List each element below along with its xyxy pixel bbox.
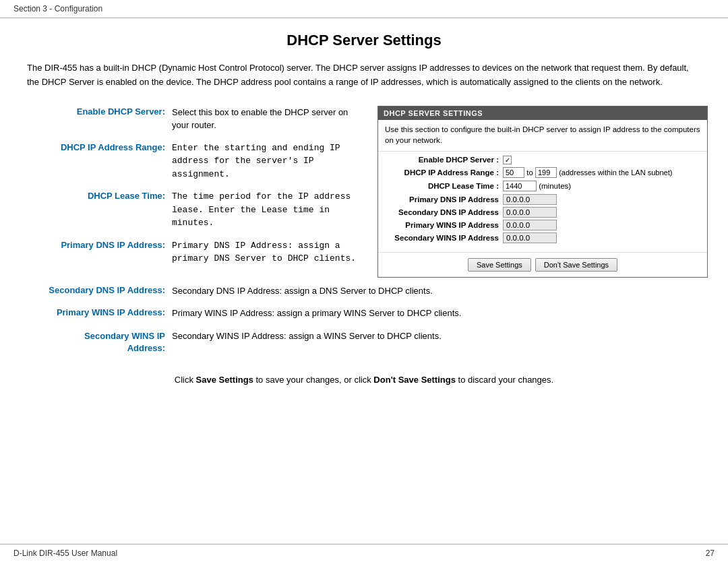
right-col: DHCP SERVER SETTINGS Use this section to…: [377, 106, 708, 278]
dont-save-button[interactable]: Don't Save Settings: [535, 258, 617, 272]
page-title: DHCP Server Settings: [27, 32, 701, 49]
label-lease-time: DHCP Lease Time:: [27, 190, 172, 201]
bottom-note-text2: to save your changes, or click: [253, 375, 373, 385]
panel-value-secondary-wins: 0.0.0.0: [503, 232, 557, 243]
desc-primary-dns: Primary DNS IP Address: assign a primary…: [172, 239, 364, 266]
ip-range-separator: to: [526, 168, 535, 177]
panel-label-primary-dns: Primary DNS IP Address: [385, 195, 503, 204]
footer-left: D-Link DIR-455 User Manual: [13, 549, 117, 558]
enable-dhcp-checkbox[interactable]: ✓: [503, 156, 512, 164]
panel-value-lease: (minutes): [503, 181, 571, 191]
panel-label-secondary-dns: Secondary DNS IP Address: [385, 208, 503, 216]
panel-row-secondary-wins: Secondary WINS IP Address 0.0.0.0: [385, 232, 700, 243]
panel-row-secondary-dns: Secondary DNS IP Address 0.0.0.0: [385, 207, 700, 218]
desc-secondary-dns-full: Secondary DNS IP Address: assign a DNS S…: [172, 284, 701, 298]
two-col-layout: Enable DHCP Server: Select this box to e…: [27, 106, 701, 278]
lease-time-input[interactable]: [503, 181, 537, 191]
field-row-ip-range: DHCP IP Address Range: Enter the startin…: [27, 142, 364, 181]
field-row-lease-time: DHCP Lease Time: The time period for the…: [27, 190, 364, 230]
panel-row-primary-dns: Primary DNS IP Address 0.0.0.0: [385, 194, 700, 205]
panel-buttons: Save Settings Don't Save Settings: [378, 252, 707, 277]
ip-range-to-input[interactable]: [535, 168, 559, 177]
panel-value-primary-dns: 0.0.0.0: [503, 194, 557, 205]
ip-range-from-input[interactable]: [503, 168, 526, 177]
panel-row-ip-range: DHCP IP Address Range : to (addresses wi…: [385, 167, 700, 178]
main-content: DHCP Server Settings The DIR-455 has a b…: [0, 18, 728, 425]
dhcp-panel-header: DHCP SERVER SETTINGS: [378, 106, 707, 120]
panel-label-enable: Enable DHCP Server :: [385, 156, 503, 164]
left-col: Enable DHCP Server: Select this box to e…: [27, 106, 364, 278]
dhcp-panel-intro: Use this section to configure the built-…: [378, 120, 707, 152]
bottom-note-bold1: Save Settings: [196, 375, 253, 385]
field-row-enable-dhcp: Enable DHCP Server: Select this box to e…: [27, 106, 364, 132]
panel-label-primary-wins: Primary WINS IP Address: [385, 221, 503, 229]
panel-label-secondary-wins: Secondary WINS IP Address: [385, 234, 503, 242]
dhcp-panel: DHCP SERVER SETTINGS Use this section to…: [377, 106, 708, 278]
panel-value-secondary-dns: 0.0.0.0: [503, 207, 557, 218]
label-secondary-wins-full: Secondary WINS IPAddress:: [27, 330, 172, 354]
desc-lease-time: The time period for the IP address lease…: [172, 190, 364, 230]
field-row-primary-dns: Primary DNS IP Address: Primary DNS IP A…: [27, 239, 364, 266]
full-row-secondary-dns: Secondary DNS IP Address: Secondary DNS …: [27, 284, 701, 298]
panel-label-lease: DHCP Lease Time :: [385, 182, 503, 190]
label-ip-range: DHCP IP Address Range:: [27, 142, 172, 152]
footer-right: 27: [706, 549, 715, 558]
label-secondary-dns-full: Secondary DNS IP Address:: [27, 284, 172, 295]
intro-text: The DIR-455 has a built-in DHCP (Dynamic…: [27, 61, 701, 90]
full-row-secondary-wins: Secondary WINS IPAddress: Secondary WINS…: [27, 330, 701, 354]
section-label: Section 3 - Configuration: [13, 4, 102, 13]
panel-value-enable[interactable]: ✓: [503, 156, 512, 164]
desc-enable-dhcp: Select this box to enable the DHCP serve…: [172, 106, 364, 132]
ip-range-from[interactable]: [503, 167, 524, 178]
panel-value-ip-range: to (addresses within the LAN subnet): [503, 167, 672, 178]
panel-row-lease: DHCP Lease Time : (minutes): [385, 181, 700, 191]
bottom-bar: D-Link DIR-455 User Manual 27: [0, 544, 728, 562]
panel-value-primary-wins: 0.0.0.0: [503, 220, 557, 230]
bottom-note-bold2: Don't Save Settings: [373, 375, 456, 385]
panel-row-enable: Enable DHCP Server : ✓: [385, 156, 700, 164]
dhcp-panel-body: Enable DHCP Server : ✓ DHCP IP Address R…: [378, 152, 707, 252]
bottom-note-text3: to discard your changes.: [456, 375, 553, 385]
ip-range-to[interactable]: [535, 167, 557, 178]
desc-primary-wins-full: Primary WINS IP Address: assign a primar…: [172, 307, 701, 320]
top-bar: Section 3 - Configuration: [0, 0, 728, 18]
bottom-note: Click Save Settings to save your changes…: [27, 375, 701, 385]
desc-ip-range: Enter the starting and ending IP address…: [172, 142, 364, 181]
desc-secondary-wins-full: Secondary WINS IP Address: assign a WINS…: [172, 330, 701, 343]
panel-label-ip-range: DHCP IP Address Range :: [385, 168, 503, 177]
full-row-primary-wins: Primary WINS IP Address: Primary WINS IP…: [27, 307, 701, 320]
label-primary-wins-full: Primary WINS IP Address:: [27, 307, 172, 317]
label-primary-dns: Primary DNS IP Address:: [27, 239, 172, 250]
lease-suffix: (minutes): [539, 182, 571, 190]
label-enable-dhcp: Enable DHCP Server:: [27, 106, 172, 117]
ip-range-suffix: (addresses within the LAN subnet): [559, 168, 672, 177]
panel-row-primary-wins: Primary WINS IP Address 0.0.0.0: [385, 220, 700, 230]
bottom-note-text1: Click: [175, 375, 196, 385]
save-settings-button[interactable]: Save Settings: [468, 258, 531, 272]
